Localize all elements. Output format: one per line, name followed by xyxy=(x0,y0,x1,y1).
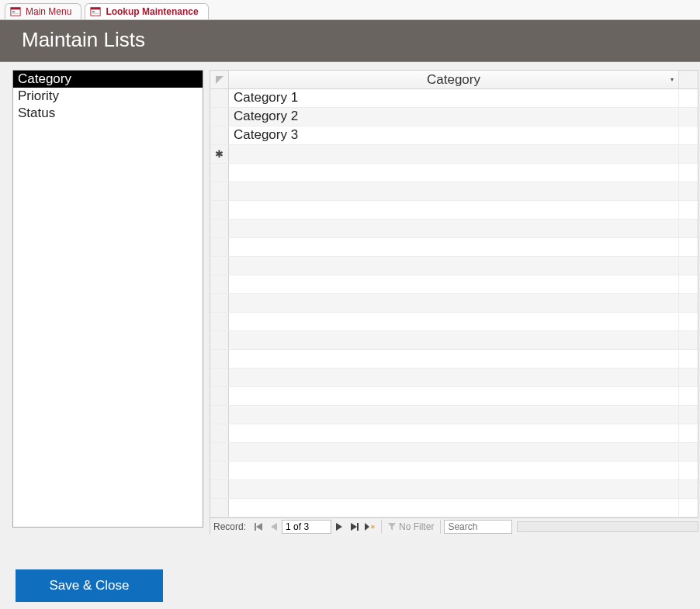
table-row[interactable]: Category 1 xyxy=(210,89,698,108)
empty-row xyxy=(210,480,698,499)
tab-lookup-maintenance[interactable]: Lookup Maintenance xyxy=(85,3,208,19)
sidebar-list[interactable]: Category Priority Status xyxy=(12,70,203,528)
cell-spacer xyxy=(679,108,698,126)
tab-label: Main Menu xyxy=(26,6,71,17)
cell-spacer xyxy=(679,145,698,163)
cell-category[interactable]: Category 2 xyxy=(229,108,679,126)
empty-row xyxy=(210,313,698,331)
form-icon xyxy=(10,6,21,17)
empty-row xyxy=(210,350,698,369)
select-all-corner[interactable] xyxy=(210,71,229,88)
cell-category[interactable]: Category 1 xyxy=(229,89,679,107)
svg-rect-6 xyxy=(92,11,95,12)
cell-spacer xyxy=(679,126,698,144)
svg-rect-8 xyxy=(255,523,256,531)
table-row[interactable]: Category 2 xyxy=(210,108,698,126)
chevron-down-icon[interactable]: ▾ xyxy=(671,76,674,83)
datasheet: Category ▾ Category 1 Category 2 xyxy=(210,70,698,535)
column-header-label: Category xyxy=(427,72,480,88)
empty-row xyxy=(210,462,698,480)
horizontal-scrollbar[interactable] xyxy=(517,521,698,532)
tab-label: Lookup Maintenance xyxy=(106,6,198,17)
svg-rect-1 xyxy=(11,8,20,10)
empty-row xyxy=(210,331,698,350)
row-selector[interactable] xyxy=(210,89,229,107)
sidebar-item-label: Category xyxy=(18,71,71,86)
sidebar-item-status[interactable]: Status xyxy=(13,105,203,122)
save-close-button[interactable]: Save & Close xyxy=(16,569,163,602)
search-input[interactable] xyxy=(444,520,512,534)
svg-rect-9 xyxy=(357,523,359,531)
header-band: Maintain Lists xyxy=(0,20,700,62)
empty-row xyxy=(210,369,698,387)
page-title: Maintain Lists xyxy=(22,28,700,52)
cell-category-new[interactable] xyxy=(229,145,679,163)
empty-row xyxy=(210,201,698,220)
sidebar-item-label: Status xyxy=(18,106,55,120)
column-header-category[interactable]: Category ▾ xyxy=(229,71,679,88)
new-record-icon: ✱ xyxy=(210,145,229,163)
empty-row xyxy=(210,294,698,313)
empty-row xyxy=(210,406,698,424)
sidebar-item-category[interactable]: Category xyxy=(13,71,203,88)
grid: Category ▾ Category 1 Category 2 xyxy=(210,70,698,517)
nav-next-button[interactable] xyxy=(331,520,347,534)
empty-row xyxy=(210,424,698,443)
table-row[interactable]: Category 3 xyxy=(210,126,698,145)
filter-icon xyxy=(388,523,396,531)
record-position-input[interactable] xyxy=(282,520,331,534)
row-selector[interactable] xyxy=(210,126,229,144)
empty-row xyxy=(210,443,698,462)
column-header-row: Category ▾ xyxy=(210,71,698,89)
sidebar-item-priority[interactable]: Priority xyxy=(13,88,203,105)
grid-body: Category 1 Category 2 Category 3 ✱ xyxy=(210,89,698,517)
empty-row xyxy=(210,220,698,238)
row-selector[interactable] xyxy=(210,108,229,126)
tab-main-menu[interactable]: Main Menu xyxy=(5,3,81,19)
nav-last-button[interactable] xyxy=(347,520,362,534)
tab-strip: Main Menu Lookup Maintenance xyxy=(0,0,700,20)
svg-rect-2 xyxy=(12,11,16,12)
svg-rect-3 xyxy=(12,13,19,14)
no-filter-label: No Filter xyxy=(399,521,434,532)
svg-rect-7 xyxy=(92,13,99,14)
empty-row xyxy=(210,499,698,517)
main-area: Category Priority Status Category ▾ xyxy=(0,62,700,541)
empty-row xyxy=(210,275,698,294)
sidebar-item-label: Priority xyxy=(18,88,59,103)
cell-spacer xyxy=(679,89,698,107)
form-icon xyxy=(90,6,101,17)
empty-row xyxy=(210,182,698,201)
no-filter-indicator[interactable]: No Filter xyxy=(381,520,441,534)
nav-prev-button[interactable] xyxy=(266,520,282,534)
cell-category[interactable]: Category 3 xyxy=(229,126,679,144)
record-label: Record: xyxy=(210,521,251,532)
empty-row xyxy=(210,164,698,182)
empty-row xyxy=(210,387,698,406)
table-new-row[interactable]: ✱ xyxy=(210,145,698,164)
nav-new-record-button[interactable]: ✳ xyxy=(362,520,378,534)
empty-row xyxy=(210,238,698,257)
svg-text:✳: ✳ xyxy=(370,524,376,531)
nav-first-button[interactable] xyxy=(251,520,266,534)
empty-row xyxy=(210,257,698,275)
record-navigator: Record: ✳ No Filter xyxy=(210,517,698,535)
svg-rect-5 xyxy=(91,8,100,10)
column-header-spacer xyxy=(679,71,698,88)
